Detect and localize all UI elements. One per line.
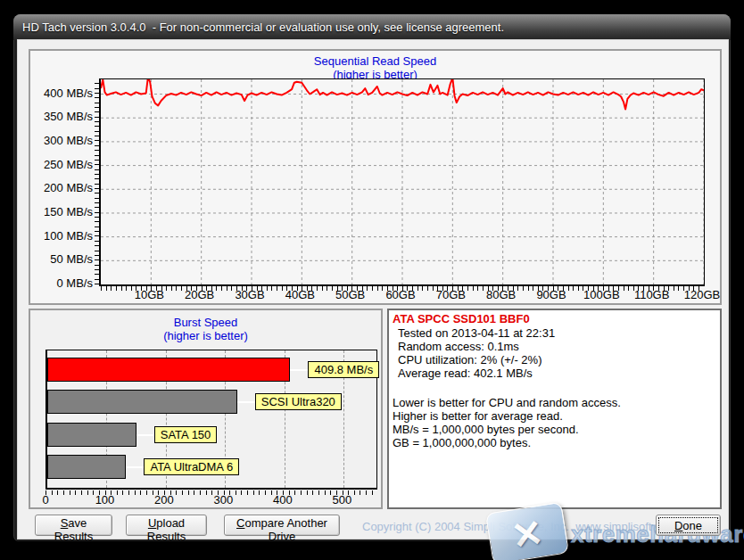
burst-chart-title: Burst Speed <box>30 316 381 329</box>
title-bar[interactable]: HD Tach version 3.0.4.0 - For non-commer… <box>13 14 731 40</box>
burst-x-tick-label: 0 <box>30 493 61 506</box>
read-chart-title: Sequential Read Speed <box>30 54 720 68</box>
x-tick-label: 50GB <box>327 289 374 301</box>
window-title: HD Tach version 3.0.4.0 - For non-commer… <box>22 21 504 34</box>
legend-notes: Lower is better for CPU and random acces… <box>393 396 621 449</box>
burst-chart-subtitle: (higher is better) <box>30 329 381 342</box>
burst-bar-scsi-ultra320 <box>47 390 237 414</box>
hdtach-window: HD Tach version 3.0.4.0 - For non-commer… <box>12 13 732 542</box>
burst-plot: 409.8 MB/sSCSI Ultra320SATA 150ATA Ultra… <box>45 350 377 490</box>
x-tick-label: 120GB <box>679 289 725 301</box>
note-line: MB/s = 1,000,000 bytes per second. <box>393 423 621 436</box>
bar-callout-line <box>237 401 255 403</box>
bar-callout-line <box>136 434 154 436</box>
burst-speed-panel: Burst Speed (higher is better) 409.8 MB/… <box>29 309 383 509</box>
bar-callout-label: SATA 150 <box>154 426 218 443</box>
drive-stats: Tested on 2013-04-11 at 22:31Random acce… <box>398 326 555 380</box>
y-tick-label: 100 MB/s <box>37 230 93 243</box>
client-area: Sequential Read Speed (higher is better)… <box>18 40 728 539</box>
compare-another-drive-button[interactable]: Compare Another Drive <box>224 515 340 536</box>
x-tick-label: 110GB <box>629 289 675 301</box>
burst-x-tick-label: 400 <box>268 493 298 506</box>
burst-x-tick-label: 500 <box>327 493 357 506</box>
y-tick-label: 50 MB/s <box>37 253 93 266</box>
screen-background: HD Tach version 3.0.4.0 - For non-commer… <box>0 0 744 560</box>
bar-callout-label: ATA UltraDMA 6 <box>144 458 239 475</box>
x-tick-label: 30GB <box>227 289 273 301</box>
burst-bar-sata-150 <box>47 423 136 447</box>
burst-bar-ata-ultradma-6 <box>47 455 126 479</box>
bar-callout-label: SCSI Ultra320 <box>255 393 342 410</box>
x-tick-label: 10GB <box>126 289 172 301</box>
note-line: Higher is better for average read. <box>393 409 621 423</box>
burst-bar-tested-drive-burst <box>47 358 290 382</box>
burst-x-tick-label: 100 <box>89 493 120 506</box>
burst-x-tick-label: 300 <box>208 493 238 506</box>
save-results-button[interactable]: Save Results <box>35 515 112 536</box>
note-line: Lower is better for CPU and random acces… <box>393 396 621 409</box>
drive-name: ATA SPCC SSD101 BBF0 <box>393 312 530 325</box>
x-tick-label: 20GB <box>177 289 223 301</box>
read-plot <box>99 78 705 286</box>
x-tick-label: 60GB <box>377 289 424 301</box>
done-button[interactable]: Done <box>656 515 721 536</box>
y-tick-label: 250 MB/s <box>37 159 93 171</box>
y-tick-label: 150 MB/s <box>37 206 93 218</box>
x-tick-label: 100GB <box>578 289 624 301</box>
read-speed-line <box>101 79 704 110</box>
y-tick-label: 0 MB/s <box>37 277 93 290</box>
y-tick-label: 400 MB/s <box>37 87 93 100</box>
y-tick-label: 300 MB/s <box>37 135 93 147</box>
upload-results-button[interactable]: Upload Results <box>126 515 207 536</box>
bar-callout-line <box>126 466 144 468</box>
y-minor-ticks <box>95 79 99 284</box>
read-plot-svg <box>101 79 704 284</box>
bar-callout-line <box>290 369 308 371</box>
x-tick-label: 70GB <box>427 289 474 301</box>
x-tick-label: 40GB <box>277 289 323 301</box>
x-tick-label: 90GB <box>528 289 575 301</box>
stat-line: Average read: 402.1 MB/s <box>398 366 555 380</box>
drive-info-panel: ATA SPCC SSD101 BBF0 Tested on 2013-04-1… <box>387 309 722 509</box>
x-tick-label: 80GB <box>478 289 525 301</box>
bar-callout-label: 409.8 MB/s <box>308 361 379 378</box>
stat-line: Tested on 2013-04-11 at 22:31 <box>398 326 555 340</box>
burst-x-tick-label: 200 <box>149 493 179 506</box>
sequential-read-panel: Sequential Read Speed (higher is better)… <box>29 49 722 305</box>
stat-line: Random access: 0.1ms <box>398 340 555 353</box>
x-icon: ✕ <box>486 505 567 560</box>
stat-line: CPU utilization: 2% (+/- 2%) <box>398 353 555 366</box>
note-line: GB = 1,000,000,000 bytes. <box>393 436 621 449</box>
y-tick-label: 200 MB/s <box>37 182 93 194</box>
y-tick-label: 350 MB/s <box>37 111 93 123</box>
